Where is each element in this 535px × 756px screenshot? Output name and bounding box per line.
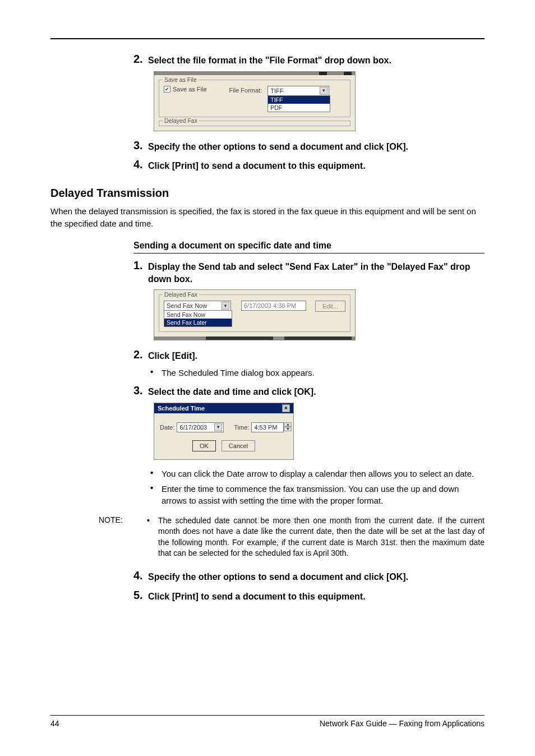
chevron-down-icon: ▼ — [320, 87, 328, 95]
step-number: 2. — [133, 53, 148, 66]
scheduled-datetime-display: 6/17/2003 4:38 PM — [241, 301, 306, 311]
subsection-rule — [133, 253, 485, 253]
combo-value: TIFF — [270, 87, 283, 94]
spin-down-icon: ▼ — [284, 427, 292, 431]
step-number: 3. — [133, 139, 148, 152]
list-item[interactable]: Send Fax Later — [164, 319, 232, 326]
step-3-top: 3. Specify the other options to send a d… — [133, 139, 485, 153]
step-2-top: 2. Select the file format in the "File F… — [133, 53, 485, 67]
ok-button[interactable]: OK — [192, 440, 216, 451]
bullet: • The Scheduled Time dialog box appears. — [150, 367, 485, 379]
step-text: Select the file format in the "File Form… — [148, 53, 391, 67]
note-label: NOTE: — [99, 515, 147, 559]
file-format-combo[interactable]: TIFF ▼ — [268, 86, 329, 96]
bullet-icon: • — [147, 515, 158, 559]
file-format-listbox[interactable]: TIFF PDF — [268, 95, 330, 112]
chevron-down-icon: ▼ — [222, 302, 229, 310]
bullet-text: The Scheduled Time dialog box appears. — [162, 367, 315, 379]
step-2-mid: 2. Click [Edit]. — [133, 348, 485, 362]
scheduled-time-dialog: Scheduled Time × Date: 6/17/2003 ▼ Time:… — [154, 403, 294, 460]
date-value: 6/17/2003 — [179, 424, 207, 431]
edit-button[interactable]: Edit... — [315, 301, 345, 312]
bullet: • You can click the Date arrow to displa… — [150, 468, 485, 480]
date-picker[interactable]: 6/17/2003 ▼ — [177, 422, 224, 432]
step-4-top: 4. Click [Print] to send a document to t… — [133, 158, 485, 172]
time-label: Time: — [234, 424, 249, 431]
step-number: 4. — [133, 569, 148, 582]
step-number: 1. — [133, 259, 148, 272]
step-text: Specify the other options to send a docu… — [148, 569, 408, 583]
spin-up-icon: ▲ — [284, 422, 292, 427]
bullet-icon: • — [150, 468, 162, 480]
time-value: 4:53 PM — [254, 424, 277, 431]
step-text: Display the Send tab and select "Send Fa… — [148, 259, 485, 285]
time-field[interactable]: 4:53 PM — [251, 422, 284, 432]
top-rule — [50, 38, 485, 39]
date-label: Date: — [160, 424, 174, 431]
delayed-fax-listbox[interactable]: Send Fax Now Send Fax Later — [164, 310, 232, 327]
step-text: Click [Print] to send a document to this… — [148, 158, 366, 172]
group-legend: Save as File — [163, 76, 199, 83]
page-footer: 44 Network Fax Guide — Faxing from Appli… — [50, 715, 485, 728]
note-text: The scheduled date cannot be more then o… — [158, 515, 485, 559]
page-number: 44 — [50, 719, 59, 728]
step-text: Click [Edit]. — [148, 348, 197, 362]
bullet-icon: • — [150, 367, 162, 379]
bullet-text: Enter the time to commence the fax trans… — [162, 483, 485, 506]
time-spinner[interactable]: ▲ ▼ — [284, 422, 292, 432]
note-block: NOTE: • The scheduled date cannot be mor… — [99, 515, 485, 559]
file-format-label: File Format: — [229, 86, 262, 94]
step-number: 3. — [133, 384, 148, 397]
step-4-mid: 4. Specify the other options to send a d… — [133, 569, 485, 583]
cancel-button[interactable]: Cancel — [222, 440, 255, 451]
step-text: Select the date and time and click [OK]. — [148, 384, 316, 398]
checkbox-label: Save as File — [173, 86, 207, 93]
bullet-icon: • — [150, 483, 162, 506]
dialog-title: Scheduled Time — [158, 405, 205, 412]
step-3-mid: 3. Select the date and time and click [O… — [133, 384, 485, 398]
save-as-file-screenshot: Save as File ✔ Save as File File Format:… — [154, 71, 356, 131]
list-item[interactable]: TIFF — [268, 96, 330, 104]
list-item[interactable]: Send Fax Now — [164, 311, 232, 319]
list-item[interactable]: PDF — [268, 104, 330, 112]
group-legend: Delayed Fax — [163, 117, 199, 124]
step-number: 4. — [133, 158, 148, 171]
bullet-text: You can click the Date arrow to display … — [162, 468, 474, 480]
footer-title: Network Fax Guide — Faxing from Applicat… — [320, 719, 485, 728]
step-text: Specify the other options to send a docu… — [148, 139, 408, 153]
step-number: 5. — [133, 589, 148, 602]
close-icon[interactable]: × — [282, 404, 290, 412]
delayed-fax-screenshot: Delayed Fax Send Fax Now ▼ Send Fax Now … — [154, 289, 356, 340]
bullet: • Enter the time to commence the fax tra… — [150, 483, 485, 506]
subsection-heading: Sending a document on specific date and … — [133, 241, 485, 251]
delayed-fax-combo[interactable]: Send Fax Now ▼ — [164, 301, 231, 311]
checkbox-icon: ✔ — [164, 86, 170, 93]
section-body: When the delayed transmission is specifi… — [50, 205, 485, 230]
dialog-titlebar: Scheduled Time × — [154, 403, 293, 413]
save-as-file-group: Save as File ✔ Save as File File Format:… — [159, 80, 350, 117]
section-heading: Delayed Transmission — [50, 187, 485, 200]
save-as-file-checkbox[interactable]: ✔ Save as File — [164, 86, 207, 93]
step-text: Click [Print] to send a document to this… — [148, 589, 366, 603]
chevron-down-icon: ▼ — [214, 423, 222, 431]
delayed-fax-group-collapsed: Delayed Fax — [159, 121, 350, 126]
combo-value: Send Fax Now — [167, 302, 207, 309]
delayed-fax-group: Delayed Fax Send Fax Now ▼ Send Fax Now … — [159, 294, 350, 332]
step-number: 2. — [133, 348, 148, 361]
group-legend: Delayed Fax — [163, 291, 199, 298]
step-5-mid: 5. Click [Print] to send a document to t… — [133, 589, 485, 603]
step-1-mid: 1. Display the Send tab and select "Send… — [133, 259, 485, 285]
